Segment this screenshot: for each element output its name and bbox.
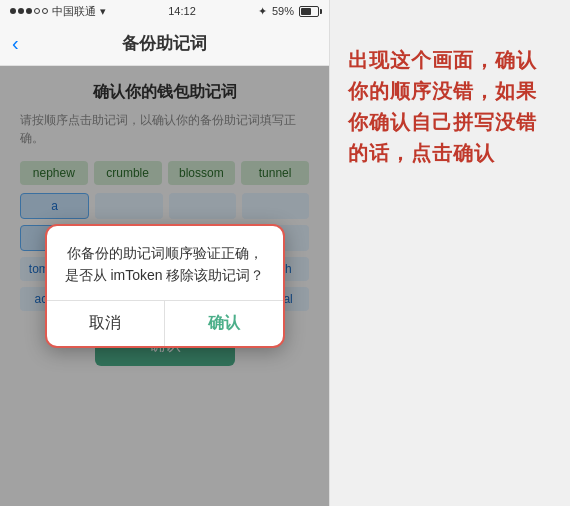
dialog-confirm-button[interactable]: 确认 [165, 301, 283, 346]
wifi-icon: ▾ [100, 5, 106, 18]
annotation-text: 出现这个画面，确认你的顺序没错，如果你确认自己拼写没错的话，点击确认 [348, 45, 552, 169]
time-label: 14:12 [168, 5, 196, 17]
battery-label: 59% [272, 5, 294, 17]
phone-screen: 中国联通 ▾ 14:12 ✦ 59% ‹ 备份助记词 确认你的钱包助记词 请按顺… [0, 0, 330, 506]
dialog-message: 你备份的助记词顺序验证正确，是否从 imToken 移除该助记词？ [47, 226, 283, 301]
dialog-box: 你备份的助记词顺序验证正确，是否从 imToken 移除该助记词？ 取消 确认 [45, 224, 285, 349]
nav-bar: ‹ 备份助记词 [0, 22, 329, 66]
carrier-label: 中国联通 [52, 4, 96, 19]
dialog-overlay: 你备份的助记词顺序验证正确，是否从 imToken 移除该助记词？ 取消 确认 [0, 66, 329, 506]
dialog-footer: 取消 确认 [47, 300, 283, 346]
status-bar: 中国联通 ▾ 14:12 ✦ 59% [0, 0, 329, 22]
main-content: 确认你的钱包助记词 请按顺序点击助记词，以确认你的备份助记词填写正确。 neph… [0, 66, 329, 506]
nav-title: 备份助记词 [122, 32, 207, 55]
bluetooth-icon: ✦ [258, 5, 267, 18]
annotation-panel: 出现这个画面，确认你的顺序没错，如果你确认自己拼写没错的话，点击确认 [330, 0, 570, 506]
back-button[interactable]: ‹ [12, 32, 19, 55]
dialog-cancel-button[interactable]: 取消 [47, 301, 166, 346]
